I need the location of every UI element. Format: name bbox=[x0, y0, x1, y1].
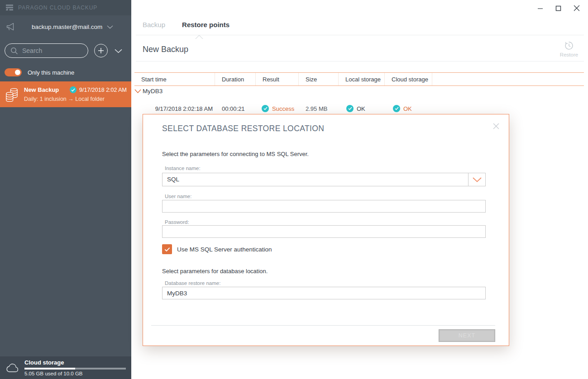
restore-location-dialog: SELECT DATABASE RESTORE LOCATION Select … bbox=[143, 114, 509, 346]
backup-item-content: New Backup 9/17/2018 2:02 AM Daily: 1 in… bbox=[24, 86, 127, 102]
select-chevron-area[interactable] bbox=[468, 173, 485, 186]
page-title: New Backup bbox=[143, 45, 188, 54]
only-this-machine-toggle[interactable] bbox=[5, 68, 22, 76]
restore-history-icon bbox=[558, 41, 580, 51]
cell-size: 2.95 MB bbox=[299, 105, 339, 112]
next-button[interactable]: NEXT bbox=[439, 329, 495, 342]
dialog-intro: Select the parameters for connecting to … bbox=[162, 151, 309, 157]
storage-usage-text: 5.05 GB used of 10.0 GB bbox=[24, 371, 126, 376]
cloud-storage-text: OK bbox=[403, 105, 412, 112]
location-intro: Select parameters for database location. bbox=[162, 268, 268, 275]
auth-checkbox-label: Use MS SQL Server authentication bbox=[177, 246, 272, 253]
app-window: PARAGON CLOUD BACKUP backup.master@mail.… bbox=[0, 0, 588, 379]
group-chevron-down-icon bbox=[134, 89, 141, 93]
storage-progress-fill bbox=[24, 368, 75, 370]
success-check-icon bbox=[70, 86, 76, 93]
restore-name-label: Database restore name: bbox=[165, 280, 220, 286]
chevron-down-icon bbox=[115, 48, 122, 53]
minimize-button[interactable] bbox=[536, 4, 544, 12]
restore-button[interactable]: Restore bbox=[558, 41, 580, 57]
dialog-footer-divider bbox=[151, 325, 495, 326]
cloud-storage-panel: Cloud storage 5.05 GB used of 10.0 GB bbox=[0, 356, 131, 379]
username-field[interactable] bbox=[162, 200, 486, 213]
tab-backup[interactable]: Backup bbox=[143, 21, 165, 28]
password-field[interactable] bbox=[162, 225, 486, 238]
announcement-icon bbox=[5, 21, 16, 32]
tab-restore-points[interactable]: Restore points bbox=[182, 21, 229, 28]
backup-item-date: 9/17/2018 2:02 AM bbox=[79, 87, 127, 93]
search-icon bbox=[10, 47, 18, 55]
restore-button-label: Restore bbox=[558, 52, 580, 57]
app-logo-icon bbox=[5, 4, 14, 12]
group-label: MyDB3 bbox=[143, 88, 163, 95]
username-label: User name: bbox=[165, 194, 191, 199]
plus-icon bbox=[98, 47, 104, 54]
password-label: Password: bbox=[165, 219, 189, 225]
cell-cloud-storage: OK bbox=[385, 105, 412, 112]
column-header-size[interactable]: Size bbox=[299, 73, 339, 85]
check-icon bbox=[164, 247, 170, 252]
window-controls bbox=[536, 4, 581, 12]
close-button[interactable] bbox=[573, 4, 581, 12]
backup-item-name: New Backup bbox=[24, 86, 70, 93]
maximize-button[interactable] bbox=[555, 4, 562, 12]
instance-name-select[interactable]: SQL bbox=[162, 173, 486, 186]
app-title: PARAGON CLOUD BACKUP bbox=[18, 5, 97, 11]
table-row[interactable]: 9/17/2018 2:02:18 AM 00:00:21 Success 2.… bbox=[134, 103, 584, 114]
storage-progress-bar bbox=[24, 368, 126, 370]
collapse-list-button[interactable] bbox=[115, 48, 122, 53]
cell-local-storage: OK bbox=[339, 105, 385, 112]
toggle-label: Only this machine bbox=[28, 69, 74, 76]
column-header-start-time[interactable]: Start time bbox=[134, 73, 215, 85]
machine-toggle-row: Only this machine bbox=[5, 68, 74, 76]
account-chevron-down-icon bbox=[107, 25, 113, 29]
storage-content: Cloud storage 5.05 GB used of 10.0 GB bbox=[24, 359, 126, 376]
storage-title: Cloud storage bbox=[24, 359, 126, 366]
local-storage-text: OK bbox=[357, 105, 365, 112]
chevron-down-icon bbox=[473, 177, 482, 182]
result-check-icon bbox=[262, 105, 269, 112]
cell-result: Success bbox=[256, 105, 299, 112]
column-header-local-storage[interactable]: Local storage bbox=[339, 73, 385, 85]
table-header-line bbox=[134, 85, 584, 86]
close-icon bbox=[492, 123, 500, 130]
dialog-title: SELECT DATABASE RESTORE LOCATION bbox=[162, 124, 324, 133]
cloud-icon bbox=[5, 363, 19, 373]
instance-name-value: SQL bbox=[163, 173, 485, 186]
cell-duration: 00:00:21 bbox=[215, 105, 256, 112]
app-header: PARAGON CLOUD BACKUP bbox=[0, 0, 131, 15]
search-row bbox=[5, 43, 128, 58]
search-box[interactable] bbox=[5, 43, 88, 58]
dialog-close-button[interactable] bbox=[492, 122, 501, 131]
tab-bar: Backup Restore points bbox=[143, 21, 229, 28]
instance-name-label: Instance name: bbox=[165, 166, 201, 171]
column-header-result[interactable]: Result bbox=[256, 73, 299, 85]
table-group-row[interactable]: MyDB3 bbox=[134, 88, 163, 95]
auth-checkbox[interactable] bbox=[162, 244, 172, 254]
section-divider bbox=[136, 61, 584, 62]
cell-start-time: 9/17/2018 2:02:18 AM bbox=[134, 105, 215, 112]
account-email: backup.master@mail.com bbox=[32, 24, 102, 30]
add-backup-button[interactable] bbox=[94, 44, 108, 57]
column-header-cloud-storage[interactable]: Cloud storage bbox=[385, 73, 432, 85]
auth-checkbox-row: Use MS SQL Server authentication bbox=[162, 244, 272, 254]
search-input[interactable] bbox=[22, 47, 104, 54]
backup-item-details: Daily: 1 inclusion → Local folder bbox=[24, 96, 127, 102]
cloud-storage-check-icon bbox=[393, 105, 400, 112]
account-row[interactable]: backup.master@mail.com bbox=[0, 20, 131, 33]
result-text: Success bbox=[272, 105, 294, 112]
local-storage-check-icon bbox=[346, 105, 354, 112]
table-header: Start time Duration Result Size Local st… bbox=[134, 73, 584, 85]
restore-name-field[interactable] bbox=[162, 287, 486, 299]
backup-list-item[interactable]: New Backup 9/17/2018 2:02 AM Daily: 1 in… bbox=[0, 81, 131, 107]
sidebar: PARAGON CLOUD BACKUP backup.master@mail.… bbox=[0, 0, 131, 379]
database-icon bbox=[4, 86, 20, 103]
toggle-knob bbox=[15, 70, 20, 75]
column-header-duration[interactable]: Duration bbox=[215, 73, 256, 85]
